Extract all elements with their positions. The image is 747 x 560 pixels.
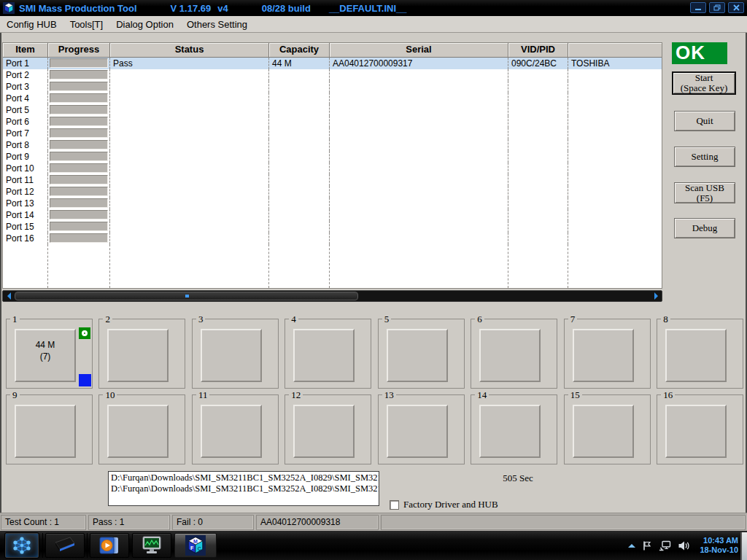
cell-capacity [269,116,330,128]
network-tray-icon[interactable] [659,540,671,551]
scroll-right-arrow-icon[interactable] [651,292,661,300]
table-header: Item Progress Status Capacity Serial VID… [3,43,662,58]
taskbar-monitor-app-button[interactable] [132,533,171,558]
menu-others-setting[interactable]: Others Setting [180,17,254,32]
port-slot-panel [201,405,262,458]
table-row[interactable]: Port 6 [3,116,662,128]
cell-status [110,186,269,198]
cell-item: Port 2 [3,69,48,81]
setting-button[interactable]: Setting [674,147,735,167]
port-slot: 13 [378,394,465,464]
quit-button[interactable]: Quit [674,111,735,131]
show-desktop-button[interactable] [740,532,747,560]
cell-vidpid [508,116,568,128]
taskbar-app-black-button[interactable] [45,533,85,558]
port-slot-panel [573,405,634,458]
cell-vendor [568,116,662,128]
table-row[interactable]: Port 7 [3,128,662,139]
action-center-flag-icon[interactable] [642,540,652,551]
cell-item: Port 6 [3,116,48,128]
table-row[interactable]: Port 2 [3,69,662,81]
scrollbar-thumb[interactable] [15,292,358,300]
cell-capacity [269,104,330,116]
table-row[interactable]: Port 14 [3,209,662,221]
taskbar-smi-tool-button-active[interactable]: M F C [174,533,217,558]
horizontal-scrollbar[interactable] [2,290,662,302]
column-header-item[interactable]: Item [3,43,48,58]
taskbar-media-player-button[interactable] [90,533,129,558]
cell-vidpid [508,186,568,198]
column-header-extra[interactable] [568,43,662,58]
cell-progress [48,174,110,186]
table-row[interactable]: Port 16 [3,233,662,244]
port-slot: 15 [564,394,651,464]
cell-status [110,163,269,174]
start-orb-button[interactable] [4,532,39,559]
restore-button[interactable] [709,2,725,13]
table-row[interactable]: Port 9 [3,151,662,163]
cell-capacity [269,69,330,81]
cell-vidpid [508,151,568,163]
scan-usb-button[interactable]: Scan USB (F5) [674,182,735,203]
menu-tools[interactable]: Tools[T] [63,17,110,32]
cell-status [110,221,269,233]
port-slot: 3 [192,319,279,389]
minimize-button[interactable] [690,2,706,13]
cell-capacity: 44 M [269,58,330,69]
table-row[interactable]: Port 5 [3,104,662,116]
firmware-path-line: D:\Furqan\Downloads\SMI_SM3211BC1_SM3252… [111,483,376,494]
taskbar-clock[interactable]: 10:43 AM 18-Nov-10 [700,536,738,555]
cell-serial [330,139,508,151]
debug-button[interactable]: Debug [674,218,735,238]
cell-capacity [269,128,330,139]
progress-bar [50,222,108,231]
port-slot-number: 3 [196,314,206,325]
table-row[interactable]: Port 11 [3,174,662,186]
column-header-serial[interactable]: Serial [330,43,508,58]
column-header-progress[interactable]: Progress [48,43,110,58]
table-row[interactable]: Port 15 [3,221,662,233]
port-slot-count: (7) [16,351,74,362]
close-button[interactable] [728,2,744,13]
svg-text:M: M [193,539,198,544]
port-slot-number: 2 [103,314,112,325]
cell-status [110,139,269,151]
scroll-left-arrow-icon[interactable] [4,292,13,300]
port-slot-panel [293,405,355,458]
cell-progress [48,93,110,104]
port-slot-number: 1 [10,314,20,325]
factory-driver-checkbox[interactable] [390,500,399,510]
cell-serial [330,198,508,209]
cell-serial [330,151,508,163]
taskbar-separator [42,533,43,558]
start-button[interactable]: Start (Space Key) [673,72,735,94]
table-row[interactable]: Port 4 [3,93,662,104]
cell-vendor [568,233,662,244]
menu-config-hub[interactable]: Config HUB [0,17,63,32]
port-slot: 14 [471,394,557,464]
table-row[interactable]: Port 8 [3,139,662,151]
black-app-icon [53,536,77,555]
column-header-vidpid[interactable]: VID/PID [508,43,568,58]
volume-tray-icon[interactable] [678,540,690,551]
column-header-capacity[interactable]: Capacity [269,43,330,58]
table-row[interactable]: Port 1 Pass 44 M AA04012700009317 090C/2… [3,58,662,69]
cell-serial [330,128,508,139]
show-hidden-icons-button[interactable] [628,540,635,551]
port-slot-number: 4 [289,314,298,325]
column-header-status[interactable]: Status [110,43,269,58]
table-row[interactable]: Port 10 [3,163,662,174]
cell-status [110,151,269,163]
menu-dialog-option[interactable]: Dialog Option [109,17,180,32]
cell-serial [330,81,508,93]
table-row[interactable]: Port 3 [3,81,662,93]
table-row[interactable]: Port 12 [3,186,662,198]
cell-vidpid [508,81,568,93]
port-slot-panel: 44 M (7) [15,329,76,382]
table-row[interactable]: Port 13 [3,198,662,209]
port-slot-panel [15,405,76,458]
cell-vendor [568,151,662,163]
cell-status [110,81,269,93]
firmware-path-box[interactable]: D:\Furqan\Downloads\SMI_SM3211BC1_SM3252… [108,471,379,506]
port-slot: 4 [285,319,371,389]
